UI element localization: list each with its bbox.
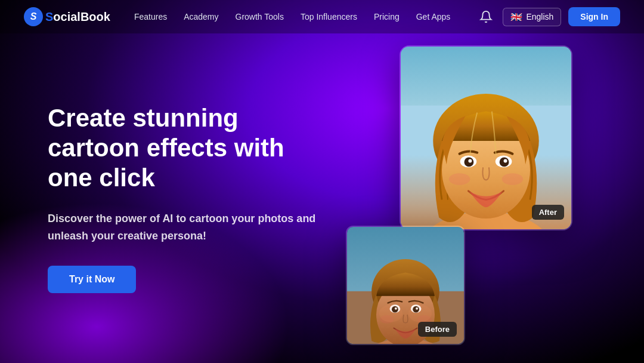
after-label: After <box>532 205 564 220</box>
svg-point-14 <box>449 173 470 185</box>
language-label: English <box>526 12 553 21</box>
svg-point-12 <box>468 159 472 163</box>
hero-section: Create stunning cartoon effects with one… <box>0 33 644 363</box>
before-image-container: Before <box>346 226 465 345</box>
after-portrait <box>401 47 571 229</box>
nav-academy[interactable]: Academy <box>184 12 218 21</box>
logo[interactable]: S SocialBook <box>24 7 110 26</box>
svg-point-15 <box>502 173 524 185</box>
hero-title: Create stunning cartoon effects with one… <box>48 103 322 193</box>
hero-left: Create stunning cartoon effects with one… <box>48 103 322 294</box>
svg-point-32 <box>408 304 432 322</box>
after-image-container: After <box>400 45 572 230</box>
logo-text: SocialBook <box>45 10 110 24</box>
hero-subtitle: Discover the power of AI to cartoon your… <box>48 210 322 245</box>
signin-button[interactable]: Sign In <box>568 7 620 26</box>
nav-right: 🇬🇧 English Sign In <box>476 7 620 26</box>
language-button[interactable]: 🇬🇧 English <box>503 8 561 26</box>
nav-features[interactable]: Features <box>134 12 167 21</box>
nav-pricing[interactable]: Pricing <box>374 12 400 21</box>
hero-right: After <box>322 33 596 363</box>
nav-growth-tools[interactable]: Growth Tools <box>236 12 284 21</box>
before-label: Before <box>418 322 457 337</box>
svg-point-13 <box>504 159 507 163</box>
nav-top-influencers[interactable]: Top Influencers <box>301 12 357 21</box>
logo-icon: S <box>24 7 43 26</box>
notification-button[interactable] <box>476 7 496 26</box>
nav-links: Features Academy Growth Tools Top Influe… <box>134 12 476 21</box>
flag-icon: 🇬🇧 <box>510 11 522 23</box>
navbar: S SocialBook Features Academy Growth Too… <box>0 0 644 33</box>
svg-point-31 <box>379 304 402 322</box>
nav-get-apps[interactable]: Get Apps <box>416 12 451 21</box>
try-now-button[interactable]: Try it Now <box>48 266 136 293</box>
